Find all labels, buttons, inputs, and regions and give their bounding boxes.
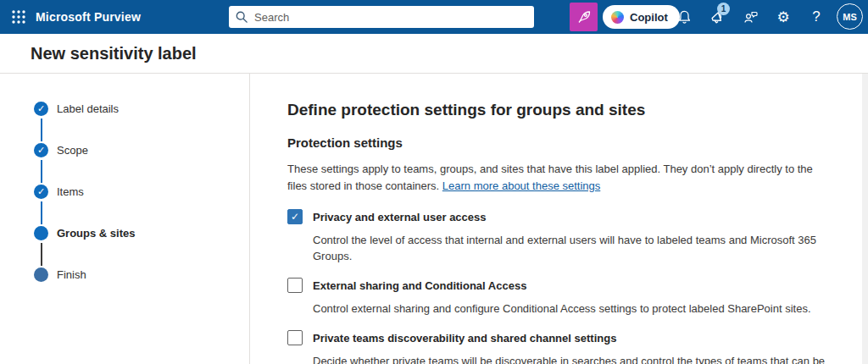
private-teams-checkbox[interactable] [287,330,303,345]
help-icon: ? [812,8,820,25]
copilot-button[interactable]: Copilot [603,5,680,29]
notifications-button[interactable] [670,0,698,34]
step-heading: Define protection settings for groups an… [287,101,843,119]
step-scope[interactable]: ✓ Scope [34,143,249,157]
page-header: New sensitivity label [0,34,868,74]
step-completed-icon: ✓ [34,185,48,199]
step-content-panel: Define protection settings for groups an… [250,74,868,364]
step-items[interactable]: ✓ Items [34,185,249,199]
privacy-checkbox[interactable]: ✓ [287,209,303,224]
feedback-icon [743,9,759,25]
option-external-sharing-toggle[interactable]: External sharing and Conditional Access [287,278,843,293]
step-connector [41,201,42,224]
settings-description: These settings apply to teams, groups, a… [287,161,820,195]
app-launcher-button[interactable] [5,3,32,30]
step-current-icon [34,226,48,240]
option-label: Private teams discoverability and shared… [313,332,616,345]
step-label: Label details [57,102,119,115]
copilot-logo-icon [611,11,624,24]
scrollbar-track[interactable] [862,74,868,364]
waffle-icon [11,9,26,25]
announcements-badge: 1 [717,3,730,15]
help-button[interactable]: ? [802,0,831,34]
step-label-details[interactable]: ✓ Label details [34,102,249,116]
search-icon [236,11,248,23]
gear-icon: ⚙ [776,10,789,25]
step-completed-icon: ✓ [34,143,48,157]
step-finish[interactable]: Finish [34,267,249,282]
step-completed-icon: ✓ [34,102,48,116]
top-app-bar: Microsoft Purview Copilot 1 [0,0,868,34]
step-connector [41,160,42,183]
brand-title: Microsoft Purview [36,0,141,34]
option-description: Decide whether private teams will be dis… [313,353,843,364]
step-label: Groups & sites [57,227,135,240]
option-description: Control external sharing and configure C… [313,301,843,317]
option-privacy-external-access: ✓ Privacy and external user access Contr… [287,209,843,264]
settings-button[interactable]: ⚙ [769,0,798,34]
step-groups-and-sites[interactable]: Groups & sites [34,226,249,240]
option-privacy-toggle[interactable]: ✓ Privacy and external user access [287,209,843,224]
option-label: External sharing and Conditional Access [313,279,526,292]
protection-settings-subheading: Protection settings [287,135,843,150]
account-avatar[interactable]: MS [837,3,863,30]
option-label: Privacy and external user access [313,211,487,223]
wizard-body: ✓ Label details ✓ Scope ✓ Items Groups &… [0,74,868,364]
external-sharing-checkbox[interactable] [287,278,303,293]
wizard-steps-rail: ✓ Label details ✓ Scope ✓ Items Groups &… [0,74,250,364]
bell-icon [677,9,692,25]
global-search[interactable] [229,6,534,28]
option-description: Control the level of access that interna… [313,232,843,264]
learn-more-link[interactable]: Learn more about these settings [442,179,600,192]
feedback-button[interactable] [737,0,765,34]
step-label: Items [57,185,84,198]
step-label: Scope [57,144,88,157]
step-connector [41,243,42,266]
page-title: New sensitivity label [31,44,197,63]
checkmark-icon: ✓ [291,212,299,222]
rocket-icon [576,9,592,25]
step-connector [41,119,42,141]
option-private-teams: Private teams discoverability and shared… [287,330,843,364]
option-external-sharing: External sharing and Conditional Access … [287,278,843,317]
copilot-button-label: Copilot [630,11,668,24]
option-private-teams-toggle[interactable]: Private teams discoverability and shared… [287,330,843,345]
purview-promo-button[interactable] [570,3,598,31]
step-upcoming-icon [34,267,48,282]
search-input[interactable] [254,11,527,24]
step-label: Finish [57,268,86,281]
